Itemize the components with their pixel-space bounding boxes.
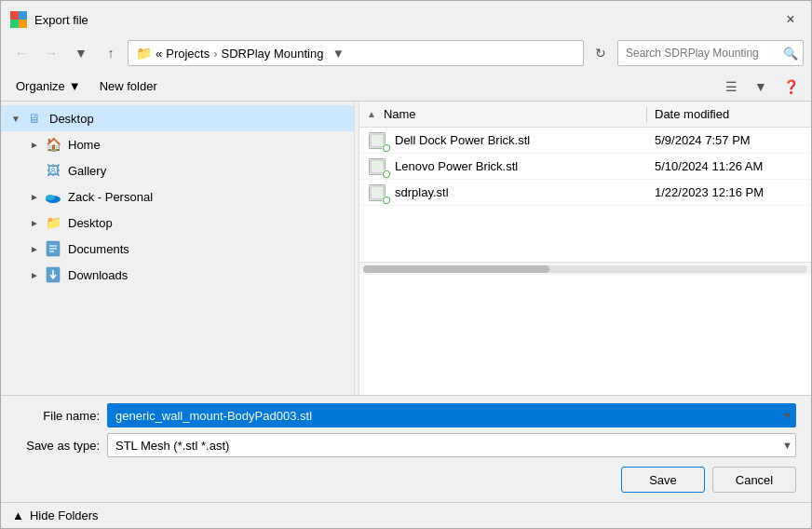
export-file-dialog: Export file × ← → ▼ ↑ 📁 « Projects › SDR… bbox=[0, 0, 812, 529]
stl-badge-0 bbox=[382, 143, 391, 153]
refresh-button[interactable]: ↻ bbox=[588, 40, 614, 66]
address-folder-icon: 📁 bbox=[136, 46, 152, 61]
filename-input[interactable] bbox=[107, 403, 796, 427]
titlebar: Export file × bbox=[1, 1, 811, 34]
organize-button[interactable]: Organize ▼ bbox=[8, 75, 88, 99]
forward-button[interactable]: → bbox=[38, 40, 64, 66]
table-row[interactable]: Lenovo Power Brick.stl 5/10/2024 11:26 A… bbox=[359, 154, 811, 180]
view-dropdown-button[interactable]: ▼ bbox=[748, 75, 774, 99]
onedrive-icon bbox=[44, 187, 62, 206]
sidebar-label-desktop-sub: Desktop bbox=[68, 216, 113, 230]
savetype-display[interactable]: STL Mesh (*.stl *.ast) bbox=[107, 433, 796, 457]
app-icon bbox=[10, 11, 27, 28]
file-icon-1 bbox=[367, 156, 387, 177]
hide-folders-bar: ▲ Hide Folders bbox=[1, 502, 811, 528]
svg-rect-3 bbox=[19, 20, 27, 28]
savetype-wrapper: STL Mesh (*.stl *.ast) ▼ bbox=[107, 433, 796, 457]
sidebar-label-home: Home bbox=[68, 138, 101, 152]
breadcrumb-prefix: « bbox=[156, 47, 162, 61]
cancel-button[interactable]: Cancel bbox=[712, 467, 796, 493]
bottom-section: File name: ▼ Save as type: STL Mesh (*.s… bbox=[1, 395, 811, 502]
sidebar-label-zack: Zack - Personal bbox=[68, 190, 153, 204]
main-content: ▼ 🖥 Desktop ► 🏠 Home ► 🖼 Gallery ► bbox=[1, 102, 811, 395]
file-date-0: 5/9/2024 7:57 PM bbox=[655, 133, 804, 147]
svg-rect-0 bbox=[10, 11, 19, 20]
expand-icon-zack: ► bbox=[27, 189, 42, 204]
stl-badge-1 bbox=[382, 170, 391, 179]
view-options-button[interactable]: ☰ bbox=[718, 75, 744, 99]
savetype-row: Save as type: STL Mesh (*.stl *.ast) ▼ bbox=[16, 433, 796, 457]
path-separator: › bbox=[213, 47, 217, 61]
svg-rect-1 bbox=[19, 11, 27, 20]
expand-icon-desktop: ▼ bbox=[8, 111, 23, 126]
filename-row: File name: ▼ bbox=[16, 403, 796, 427]
svg-rect-2 bbox=[10, 20, 19, 28]
sidebar-label-downloads: Downloads bbox=[68, 268, 128, 282]
expand-icon-home: ► bbox=[27, 137, 42, 152]
horizontal-scrollbar[interactable] bbox=[359, 262, 811, 275]
col-resize bbox=[646, 107, 647, 122]
hide-folders-label: Hide Folders bbox=[30, 509, 99, 522]
recent-locations-button[interactable]: ▼ bbox=[68, 40, 94, 66]
search-input[interactable] bbox=[617, 40, 804, 66]
hide-folders-icon: ▲ bbox=[12, 509, 24, 522]
filename-input-wrapper: ▼ bbox=[107, 403, 796, 427]
file-list-empty-area bbox=[359, 206, 811, 262]
savetype-label: Save as type: bbox=[16, 439, 100, 453]
search-wrapper: 🔍 bbox=[617, 40, 804, 66]
navigation-bar: ← → ▼ ↑ 📁 « Projects › SDRPlay Mounting … bbox=[1, 34, 811, 72]
file-list-header: ▲ Name Date modified bbox=[359, 102, 811, 128]
address-dropdown-button[interactable]: ▼ bbox=[327, 41, 349, 65]
up-button[interactable]: ↑ bbox=[98, 40, 124, 66]
home-icon: 🏠 bbox=[44, 135, 62, 154]
desktop-icon: 🖥 bbox=[25, 109, 44, 128]
file-icon-2 bbox=[367, 183, 387, 203]
expand-icon-downloads: ► bbox=[27, 267, 42, 282]
scroll-track bbox=[363, 265, 807, 273]
help-button[interactable]: ❓ bbox=[778, 75, 804, 99]
path-part-current: SDRPlay Mounting bbox=[222, 47, 324, 61]
file-date-1: 5/10/2024 11:26 AM bbox=[655, 159, 804, 173]
sidebar-item-zack-personal[interactable]: ► Zack - Personal bbox=[1, 183, 354, 210]
col-header-name[interactable]: Name bbox=[384, 107, 646, 121]
col-header-date[interactable]: Date modified bbox=[655, 107, 804, 121]
toolbar: Organize ▼ New folder ☰ ▼ ❓ bbox=[1, 72, 811, 102]
stl-badge-2 bbox=[382, 196, 391, 205]
organize-dropdown-icon: ▼ bbox=[69, 79, 81, 93]
expand-icon-docs: ► bbox=[27, 241, 42, 256]
sidebar-item-desktop-root[interactable]: ▼ 🖥 Desktop bbox=[1, 105, 354, 131]
collapse-icon[interactable]: ▲ bbox=[367, 109, 376, 119]
file-name-0: Dell Dock Power Brick.stl bbox=[395, 133, 655, 147]
sidebar-label-gallery: Gallery bbox=[68, 164, 106, 178]
sidebar-item-gallery[interactable]: ► 🖼 Gallery bbox=[1, 157, 354, 183]
sidebar-item-desktop-sub[interactable]: ► 📁 Desktop bbox=[1, 210, 354, 236]
file-name-1: Lenovo Power Brick.stl bbox=[395, 159, 655, 173]
sidebar-label-desktop: Desktop bbox=[49, 112, 94, 126]
close-button[interactable]: × bbox=[779, 8, 802, 31]
file-icon-0 bbox=[367, 130, 387, 151]
save-button[interactable]: Save bbox=[621, 467, 705, 493]
sidebar-label-documents: Documents bbox=[68, 242, 129, 256]
downloads-icon bbox=[44, 265, 62, 284]
address-path: « Projects › SDRPlay Mounting bbox=[156, 47, 323, 61]
sidebar-item-home[interactable]: ► 🏠 Home bbox=[1, 131, 354, 157]
table-row[interactable]: Dell Dock Power Brick.stl 5/9/2024 7:57 … bbox=[359, 128, 811, 154]
table-row[interactable]: sdrplay.stl 1/22/2023 12:16 PM bbox=[359, 180, 811, 206]
sidebar-item-downloads[interactable]: ► Downloads bbox=[1, 262, 354, 288]
new-folder-label: New folder bbox=[100, 79, 157, 93]
file-name-2: sdrplay.stl bbox=[395, 185, 655, 199]
back-button[interactable]: ← bbox=[8, 40, 34, 66]
dialog-title: Export file bbox=[34, 13, 779, 27]
expand-icon-desktop-sub: ► bbox=[27, 215, 42, 230]
svg-point-5 bbox=[46, 195, 55, 200]
scroll-thumb bbox=[363, 265, 549, 273]
address-bar[interactable]: 📁 « Projects › SDRPlay Mounting ▼ bbox=[128, 40, 584, 66]
sidebar: ▼ 🖥 Desktop ► 🏠 Home ► 🖼 Gallery ► bbox=[1, 102, 355, 395]
new-folder-button[interactable]: New folder bbox=[92, 75, 165, 99]
hide-folders-button[interactable]: ▲ Hide Folders bbox=[8, 507, 102, 524]
file-list: ▲ Name Date modified Dell Doc bbox=[359, 102, 811, 395]
toolbar-right: ☰ ▼ ❓ bbox=[718, 75, 804, 99]
documents-icon bbox=[44, 239, 62, 258]
sidebar-item-documents[interactable]: ► Documents bbox=[1, 236, 354, 262]
file-date-2: 1/22/2023 12:16 PM bbox=[655, 185, 804, 199]
